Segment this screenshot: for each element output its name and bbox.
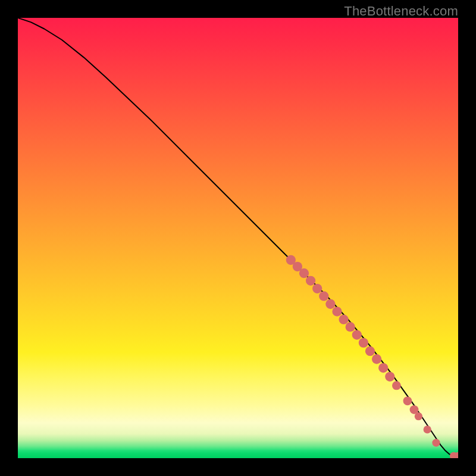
- marker-group: [286, 255, 458, 458]
- data-marker: [346, 322, 355, 331]
- data-marker: [415, 412, 422, 420]
- data-marker: [424, 425, 431, 433]
- data-marker: [299, 268, 309, 278]
- data-marker: [372, 354, 381, 364]
- data-marker: [319, 292, 328, 301]
- data-marker: [365, 346, 375, 356]
- plot-area: [18, 18, 458, 458]
- chart-overlay: [18, 18, 458, 458]
- data-marker: [403, 396, 412, 405]
- chart-stage: TheBottleneck.com: [0, 0, 476, 476]
- data-marker: [339, 315, 348, 324]
- attribution-label: TheBottleneck.com: [344, 4, 458, 19]
- data-marker: [359, 338, 368, 347]
- data-marker: [392, 381, 401, 390]
- data-marker: [352, 330, 362, 340]
- data-marker: [325, 299, 335, 309]
- data-marker: [306, 276, 315, 286]
- data-marker: [385, 372, 394, 381]
- data-marker: [312, 284, 322, 293]
- curve-line: [18, 18, 458, 456]
- data-marker: [332, 306, 342, 316]
- data-marker: [378, 363, 388, 372]
- data-marker: [432, 439, 440, 446]
